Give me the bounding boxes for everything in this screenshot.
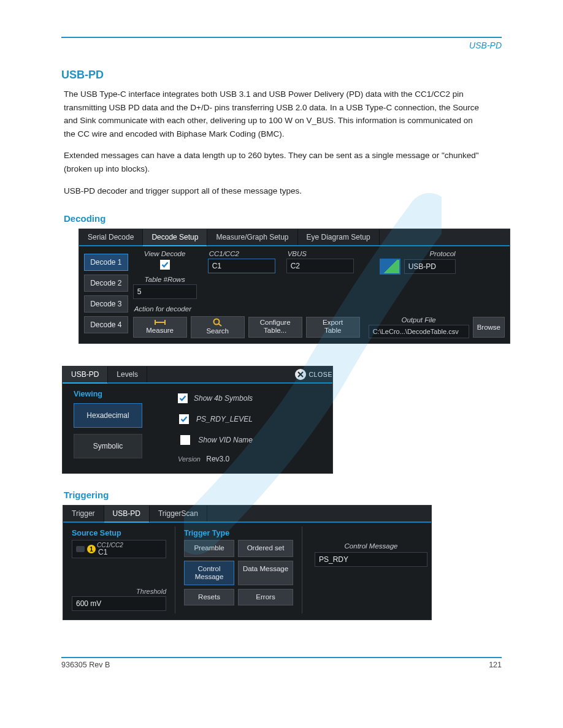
output-file-field[interactable]: C:\LeCro...\DecodeTable.csv xyxy=(369,325,469,338)
show-4b-symbols-label: Show 4b Symbols xyxy=(194,394,253,403)
trigger-errors-button[interactable]: Errors xyxy=(238,589,293,605)
svg-point-3 xyxy=(213,319,219,325)
channel-icon xyxy=(76,546,85,552)
threshold-label: Threshold xyxy=(72,588,166,595)
intro-paragraph-2: Extended messages can have a data length… xyxy=(64,149,481,175)
export-table-button[interactable]: Export Table xyxy=(306,317,360,338)
footer-right: 121 xyxy=(489,661,502,669)
tab-serial-decode[interactable]: Serial Decode xyxy=(79,229,143,245)
trigger-preamble-button[interactable]: Preamble xyxy=(184,540,234,556)
version-value: Rev3.0 xyxy=(206,455,229,463)
trigger-data-message-button[interactable]: Data Message xyxy=(238,561,293,585)
view-mode-symbolic-button[interactable]: Symbolic xyxy=(74,434,142,458)
cc-label: CC1/CC2 xyxy=(208,250,275,257)
show-vid-name-checkbox[interactable] xyxy=(180,435,190,445)
psrdy-level-label: PS_RDY_LEVEL xyxy=(196,415,253,423)
measure-icon xyxy=(153,319,167,326)
trigger-type-title: Trigger Type xyxy=(184,529,293,537)
trigger-ordered-set-button[interactable]: Ordered set xyxy=(238,540,293,556)
intro-paragraph-1: The USB Type-C interface integrates both… xyxy=(64,88,481,140)
threshold-field[interactable]: 600 mV xyxy=(72,596,166,611)
usbpd-dialog-tabbar: USB-PD Levels CLOSE xyxy=(63,366,332,384)
trigger-tab-usbpd[interactable]: USB-PD xyxy=(104,506,150,523)
triggering-heading: Triggering xyxy=(64,490,502,500)
trigger-tab-trigger[interactable]: Trigger xyxy=(63,506,104,521)
action-for-decoder-label: Action for decoder xyxy=(133,305,505,313)
version-label: Version xyxy=(178,455,201,463)
usbpd-dialog-panel: USB-PD Levels CLOSE Viewing Hexadecimal … xyxy=(62,366,333,474)
decode-1-button[interactable]: Decode 1 xyxy=(84,254,128,271)
dialog-close-label: CLOSE xyxy=(308,371,332,378)
checkmark-icon xyxy=(161,261,169,268)
top-divider xyxy=(61,37,502,38)
vbus-label: VBUS xyxy=(286,250,354,257)
source-cc-field[interactable]: 1 CC1/CC2 C1 xyxy=(72,540,166,558)
intro-paragraph-3: USB-PD decoder and trigger support all o… xyxy=(64,184,481,198)
show-vid-name-label: Show VID Name xyxy=(198,436,253,444)
decoding-heading: Decoding xyxy=(64,213,502,224)
tab-eye-diagram-setup[interactable]: Eye Diagram Setup xyxy=(298,229,380,245)
search-icon xyxy=(213,318,223,327)
table-rows-label: Table #Rows xyxy=(133,276,197,283)
source-setup-title: Source Setup xyxy=(72,529,166,537)
svg-rect-2 xyxy=(164,320,166,325)
control-message-label: Control Message xyxy=(315,542,427,550)
decode-setup-tabbar: Serial Decode Decode Setup Measure/Graph… xyxy=(79,229,510,246)
decode-2-button[interactable]: Decode 2 xyxy=(84,275,128,292)
decode-3-button[interactable]: Decode 3 xyxy=(84,295,128,313)
decode-list: Decode 1 Decode 2 Decode 3 Decode 4 xyxy=(84,250,128,338)
decode-4-button[interactable]: Decode 4 xyxy=(84,316,128,333)
dialog-close-button[interactable]: CLOSE xyxy=(295,366,332,382)
table-rows-field[interactable]: 5 xyxy=(133,284,197,299)
trigger-tab-triggerscan[interactable]: TriggerScan xyxy=(150,506,207,521)
search-button-label: Search xyxy=(206,327,228,335)
svg-rect-1 xyxy=(155,320,156,325)
view-decode-label: View Decode xyxy=(133,250,197,257)
tab-measure-graph-setup[interactable]: Measure/Graph Setup xyxy=(207,229,297,245)
trigger-control-message-button[interactable]: Control Message xyxy=(184,561,234,585)
trigger-panel: Trigger USB-PD TriggerScan Source Setup … xyxy=(63,505,432,620)
psrdy-level-checkbox[interactable] xyxy=(179,414,189,424)
dialog-tab-usbpd[interactable]: USB-PD xyxy=(63,366,108,384)
browse-button[interactable]: Browse xyxy=(473,317,505,338)
tab-decode-setup[interactable]: Decode Setup xyxy=(143,229,207,246)
control-message-field[interactable]: PS_RDY xyxy=(315,552,427,567)
footer-left: 936305 Rev B xyxy=(61,661,110,669)
footer: 936305 Rev B 121 xyxy=(61,661,502,669)
configure-table-button[interactable]: Configure Table... xyxy=(248,317,302,338)
trigger-resets-button[interactable]: Resets xyxy=(184,589,234,605)
protocol-icon xyxy=(380,259,400,275)
decode-setup-panel: Serial Decode Decode Setup Measure/Graph… xyxy=(79,229,510,344)
output-file-label: Output File xyxy=(369,316,469,324)
channel-badge: 1 xyxy=(87,545,96,553)
dialog-tab-levels[interactable]: Levels xyxy=(108,366,147,382)
viewing-label: Viewing xyxy=(74,390,159,398)
protocol-title: USB-PD xyxy=(61,69,502,82)
source-cc-value: C1 xyxy=(98,548,123,556)
checkmark-icon xyxy=(180,415,188,423)
measure-button-label: Measure xyxy=(146,327,174,334)
vbus-field[interactable]: C2 xyxy=(286,259,354,273)
measure-button[interactable]: Measure xyxy=(133,317,187,338)
bottom-divider xyxy=(61,657,502,658)
svg-rect-0 xyxy=(155,322,166,323)
header-right: USB-PD xyxy=(61,40,502,50)
search-button[interactable]: Search xyxy=(191,316,245,338)
svg-line-4 xyxy=(218,324,221,327)
view-mode-hex-button[interactable]: Hexadecimal xyxy=(74,403,142,428)
close-icon xyxy=(295,369,306,380)
checkmark-icon xyxy=(179,395,186,402)
trigger-tabbar: Trigger USB-PD TriggerScan xyxy=(63,506,431,523)
protocol-field[interactable]: USB-PD xyxy=(404,259,456,274)
protocol-label: Protocol xyxy=(380,250,456,257)
cc-field[interactable]: C1 xyxy=(208,259,275,273)
show-4b-symbols-checkbox[interactable] xyxy=(178,393,188,403)
view-decode-checkbox[interactable] xyxy=(160,260,170,270)
